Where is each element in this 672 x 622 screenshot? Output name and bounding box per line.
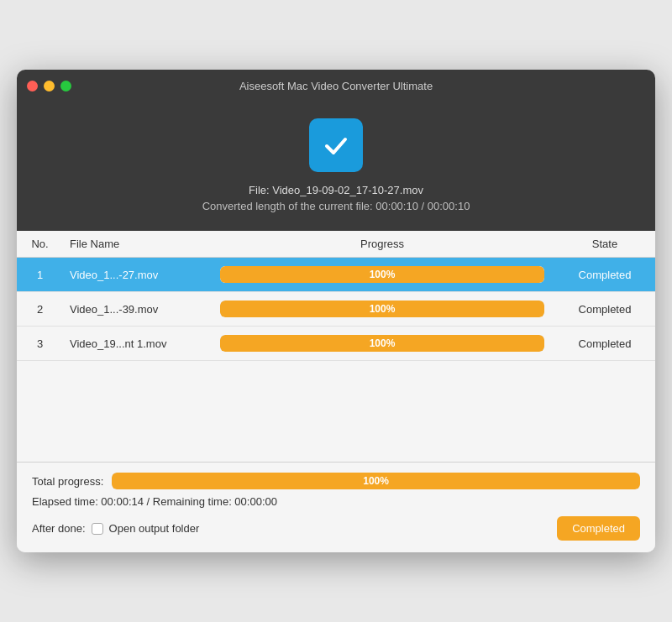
window-title: Aiseesoft Mac Video Converter Ultimate bbox=[239, 80, 433, 92]
col-progress: Progress bbox=[210, 238, 554, 250]
row-state: Completed bbox=[554, 269, 655, 281]
file-table: No. File Name Progress State 1 Video_1..… bbox=[17, 231, 655, 462]
table-empty-area bbox=[17, 361, 655, 462]
title-bar: Aiseesoft Mac Video Converter Ultimate bbox=[17, 70, 655, 102]
minimize-button[interactable] bbox=[44, 81, 55, 91]
row-state: Completed bbox=[554, 303, 655, 316]
after-done-label: After done: bbox=[32, 522, 86, 535]
col-no: No. bbox=[17, 238, 63, 250]
converted-info: Converted length of the current file: 00… bbox=[202, 200, 470, 212]
row-number: 1 bbox=[17, 269, 63, 281]
progress-bar-wrap: 100% bbox=[220, 266, 544, 283]
elapsed-time: Elapsed time: 00:00:14 / Remaining time:… bbox=[32, 495, 640, 508]
bottom-area: Total progress: 100% Elapsed time: 00:00… bbox=[17, 462, 655, 552]
col-state: State bbox=[554, 238, 655, 250]
after-done-row: After done: Open output folder Completed bbox=[32, 516, 640, 541]
progress-bar-wrap: 100% bbox=[220, 301, 544, 317]
file-info: File: Video_19-09-02_17-10-27.mov bbox=[249, 184, 423, 196]
open-output-label: Open output folder bbox=[109, 522, 200, 535]
row-state: Completed bbox=[554, 337, 655, 350]
table-row[interactable]: 2 Video_1...-39.mov 100% Completed bbox=[17, 292, 655, 327]
checkmark-icon bbox=[321, 130, 351, 160]
progress-label: 100% bbox=[370, 303, 396, 315]
row-progress-cell: 100% bbox=[210, 335, 554, 352]
progress-bar-fill: 100% bbox=[220, 335, 544, 352]
completed-button[interactable]: Completed bbox=[557, 516, 640, 541]
row-number: 2 bbox=[17, 303, 63, 316]
close-button[interactable] bbox=[27, 81, 38, 91]
row-number: 3 bbox=[17, 337, 63, 350]
progress-label: 100% bbox=[370, 337, 396, 349]
col-filename: File Name bbox=[63, 238, 210, 250]
row-filename: Video_1...-27.mov bbox=[63, 269, 210, 281]
window-controls bbox=[27, 81, 71, 91]
after-done-left: After done: Open output folder bbox=[32, 522, 199, 535]
row-filename: Video_19...nt 1.mov bbox=[63, 337, 210, 350]
table-header: No. File Name Progress State bbox=[17, 231, 655, 258]
total-progress-bar: 100% bbox=[112, 473, 640, 489]
table-row[interactable]: 1 Video_1...-27.mov 100% Completed bbox=[17, 258, 655, 292]
progress-label: 100% bbox=[370, 269, 396, 280]
table-row[interactable]: 3 Video_19...nt 1.mov 100% Completed bbox=[17, 327, 655, 361]
row-filename: Video_1...-39.mov bbox=[63, 303, 210, 316]
total-progress-label: Total progress: bbox=[32, 475, 103, 488]
completion-indicator bbox=[309, 118, 363, 172]
header-area: File: Video_19-09-02_17-10-27.mov Conver… bbox=[17, 102, 655, 231]
row-progress-cell: 100% bbox=[210, 301, 554, 317]
total-progress-percent: 100% bbox=[363, 475, 389, 487]
maximize-button[interactable] bbox=[60, 81, 71, 91]
open-output-checkbox[interactable] bbox=[92, 523, 103, 535]
progress-bar-wrap: 100% bbox=[220, 335, 544, 352]
progress-bar-fill: 100% bbox=[220, 301, 544, 317]
app-window: Aiseesoft Mac Video Converter Ultimate F… bbox=[17, 70, 655, 552]
progress-bar-fill: 100% bbox=[220, 266, 544, 283]
total-progress-row: Total progress: 100% bbox=[32, 473, 640, 489]
row-progress-cell: 100% bbox=[210, 266, 554, 283]
